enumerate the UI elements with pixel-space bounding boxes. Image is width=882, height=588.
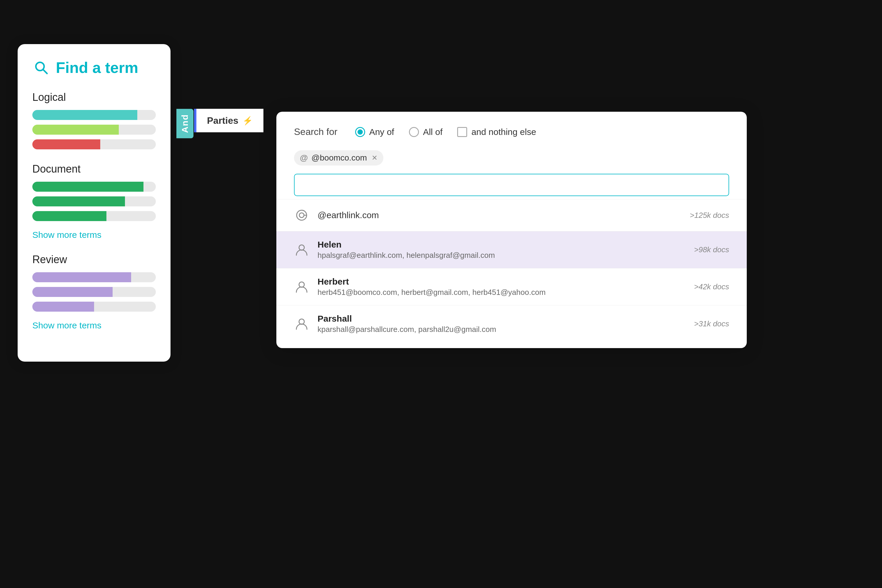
document-label: Document xyxy=(32,163,156,175)
person-icon-helen xyxy=(294,242,309,258)
result-item-herbert[interactable]: Herbert herb451@boomco.com, herbert@gmai… xyxy=(276,268,747,305)
left-panel: Find a term Logical Document Show more t… xyxy=(18,44,171,362)
result-list: @earthlink.com >125k docs Helen hpalsgra… xyxy=(276,199,747,342)
helen-emails: hpalsgraf@earthlink.com, helenpalsgraf@g… xyxy=(318,251,686,260)
result-docs-herbert: >42k docs xyxy=(694,282,729,291)
svg-point-7 xyxy=(299,319,304,324)
result-item-earthlink[interactable]: @earthlink.com >125k docs xyxy=(276,199,747,231)
tag-value: @boomco.com xyxy=(311,153,367,163)
person-icon-parshall xyxy=(294,316,309,332)
logical-section: Logical xyxy=(32,91,156,149)
svg-point-5 xyxy=(299,245,304,250)
radio-all-of[interactable] xyxy=(409,127,419,137)
at-symbol: @ xyxy=(300,153,308,163)
search-dropdown-panel: Search for Any of All of and nothing els… xyxy=(276,112,747,348)
lightning-icon: ⚡ xyxy=(243,116,253,126)
search-icon xyxy=(32,59,50,76)
option-nothing-else[interactable]: and nothing else xyxy=(457,127,536,137)
result-content-helen: Helen hpalsgraf@earthlink.com, helenpals… xyxy=(318,240,686,260)
review-bar-1 xyxy=(32,272,156,282)
logical-bar-1 xyxy=(32,110,156,120)
result-item-parshall[interactable]: Parshall kparshall@parshallcure.com, par… xyxy=(276,305,747,342)
radio-group: Any of All of and nothing else xyxy=(355,127,536,137)
document-bar-3 xyxy=(32,211,156,221)
review-bar-3 xyxy=(32,302,156,312)
review-label: Review xyxy=(32,254,156,266)
find-term-title: Find a term xyxy=(56,59,138,76)
result-content-herbert: Herbert herb451@boomco.com, herbert@gmai… xyxy=(318,277,686,297)
domain-name: @earthlink.com xyxy=(318,210,379,220)
logical-bar-2 xyxy=(32,124,156,135)
checkbox-nothing-else[interactable] xyxy=(457,127,467,137)
document-bar-1 xyxy=(32,182,156,192)
review-bar-2 xyxy=(32,287,156,297)
find-term-header: Find a term xyxy=(32,59,156,76)
search-for-label: Search for xyxy=(294,126,338,137)
option-all-of[interactable]: All of xyxy=(409,127,443,137)
result-docs-earthlink: >125k docs xyxy=(690,211,729,220)
helen-name: Helen xyxy=(318,240,686,250)
herbert-emails: herb451@boomco.com, herbert@gmail.com, h… xyxy=(318,288,686,297)
search-input-row xyxy=(276,174,747,196)
search-for-row: Search for Any of All of and nothing els… xyxy=(276,126,747,137)
radio-any-of[interactable] xyxy=(355,127,365,137)
result-content-earthlink: @earthlink.com xyxy=(318,210,681,220)
email-tag: @ @boomco.com ✕ xyxy=(294,150,383,165)
herbert-name: Herbert xyxy=(318,277,686,286)
logical-label: Logical xyxy=(32,91,156,104)
remove-tag-button[interactable]: ✕ xyxy=(372,154,378,162)
and-badge: And xyxy=(176,109,194,138)
svg-point-6 xyxy=(299,282,304,287)
review-section: Review xyxy=(32,254,156,312)
nothing-else-label: and nothing else xyxy=(471,127,536,137)
parshall-name: Parshall xyxy=(318,314,686,324)
logical-bar-3 xyxy=(32,140,156,149)
svg-point-3 xyxy=(299,213,304,218)
result-docs-helen: >98k docs xyxy=(694,245,729,254)
at-icon xyxy=(294,208,309,223)
any-of-label: Any of xyxy=(369,127,394,137)
search-input[interactable] xyxy=(294,174,729,196)
show-more-document[interactable]: Show more terms xyxy=(32,230,156,240)
tag-row: @ @boomco.com ✕ xyxy=(276,150,747,165)
all-of-label: All of xyxy=(423,127,443,137)
result-item-helen[interactable]: Helen hpalsgraf@earthlink.com, helenpals… xyxy=(276,231,747,268)
show-more-review[interactable]: Show more terms xyxy=(32,321,156,330)
document-bar-2 xyxy=(32,196,156,206)
document-section: Document xyxy=(32,163,156,221)
result-docs-parshall: >31k docs xyxy=(694,319,729,328)
person-icon-herbert xyxy=(294,279,309,295)
parties-tab[interactable]: Parties ⚡ xyxy=(194,109,263,132)
option-any-of[interactable]: Any of xyxy=(355,127,394,137)
svg-line-1 xyxy=(43,69,47,74)
parties-label: Parties xyxy=(207,115,238,126)
parshall-emails: kparshall@parshallcure.com, parshall2u@g… xyxy=(318,325,686,334)
result-content-parshall: Parshall kparshall@parshallcure.com, par… xyxy=(318,314,686,334)
